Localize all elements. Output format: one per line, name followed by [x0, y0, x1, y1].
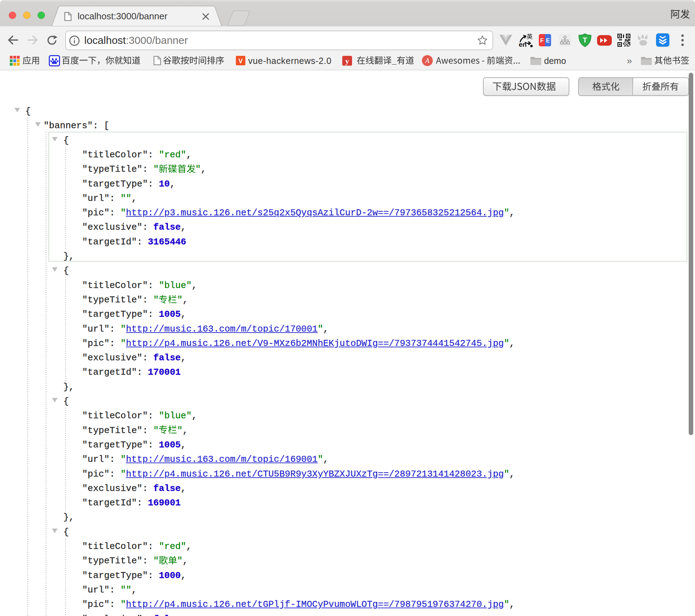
svg-text:A: A: [425, 57, 430, 64]
svg-text:y: y: [345, 57, 349, 65]
svg-text:V: V: [238, 58, 243, 65]
svg-text:F: F: [540, 37, 544, 44]
svg-text:E: E: [546, 37, 550, 44]
svg-text:T: T: [583, 36, 587, 44]
